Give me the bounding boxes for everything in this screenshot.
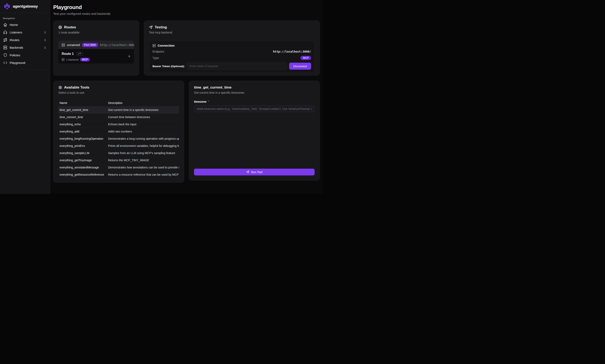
tool-runner-subtitle: Get current time in a specific timezones — [194, 91, 315, 94]
tool-runner-title: time_get_current_time — [194, 85, 315, 90]
bearer-token-label: Bearer Token (Optional): — [153, 65, 185, 68]
globe-icon — [58, 26, 62, 29]
nav-section-label: Navigation — [3, 17, 47, 20]
type-badge: MCP — [301, 56, 311, 60]
connection-title: Connection — [158, 44, 175, 47]
tool-description: Returns the MCP_TINY_IMAGE — [107, 157, 179, 164]
sidebar-item-count: 1 — [44, 31, 47, 34]
tool-runner-card: time_get_current_time Get current time i… — [189, 81, 320, 181]
timezone-input[interactable] — [194, 105, 315, 112]
tool-description: Prints all environment variables, helpfu… — [107, 142, 179, 149]
tool-name: time_get_current_time — [58, 106, 107, 113]
testing-card-subtitle: Test mcp backend — [149, 31, 315, 34]
listener-url: http://localhost:3000/ — [100, 43, 134, 47]
server-icon — [62, 58, 65, 61]
sidebar-item-home[interactable]: Home — [2, 21, 48, 28]
connection-panel: Connection Endpoint: http://localhost:30… — [149, 41, 315, 73]
tool-row-time_convert_time[interactable]: time_convert_timeConvert time between ti… — [58, 114, 179, 121]
tool-description: Get current time in a specific timezones — [107, 106, 179, 113]
tool-description: Demonstrates a long running operation wi… — [107, 135, 179, 142]
type-label: Type: — [153, 56, 159, 60]
gear-icon — [58, 86, 62, 89]
sidebar-item-policies[interactable]: Policies — [2, 52, 48, 59]
sidebar-item-label: Policies — [10, 53, 20, 57]
tool-row-everything_echo[interactable]: everything_echoEchoes back the input — [58, 121, 179, 128]
route-item[interactable]: Route 1 /* 1 backend MCP — [58, 49, 134, 64]
page-title: Playground — [53, 4, 320, 11]
sidebar-separator — [0, 69, 50, 69]
server-icon — [3, 46, 7, 50]
listener-group: unnamed Port 3000 http://localhost:3000/… — [58, 41, 134, 64]
sidebar-item-count: 1 — [44, 46, 47, 49]
routes-card-title: Routes — [64, 25, 76, 29]
tool-row-everything_getTinyImage[interactable]: everything_getTinyImageReturns the MCP_T… — [58, 157, 179, 164]
tool-description: Returns a resource reference that can be… — [107, 171, 179, 178]
sidebar-item-count: 1 — [44, 39, 47, 41]
sidebar-item-backends[interactable]: Backends1 — [2, 44, 48, 51]
required-asterisk: * — [208, 100, 209, 103]
tool-name: everything_getTinyImage — [58, 157, 107, 164]
tool-row-everything_annotatedMessage[interactable]: everything_annotatedMessageDemonstrates … — [58, 164, 179, 171]
server-icon — [62, 43, 65, 47]
tool-row-everything_getResourceReference[interactable]: everything_getResourceReferenceReturns a… — [58, 171, 179, 178]
bearer-token-input[interactable] — [187, 63, 287, 70]
arrow-right-icon — [127, 55, 131, 58]
column-header-description: Description — [107, 100, 179, 106]
code-icon — [3, 61, 7, 65]
routes-card: Routes 1 route available unnamed Port 30… — [53, 21, 139, 76]
available-tools-card: Available Tools Select a tools to use Na… — [53, 81, 184, 183]
testing-card: Testing Test mcp backend Connection Endp… — [144, 21, 320, 76]
page-subtitle: Test your configured routes and backends — [53, 12, 320, 15]
tool-description: Adds two numbers — [107, 128, 179, 135]
tool-row-everything_add[interactable]: everything_addAdds two numbers — [58, 128, 179, 135]
tool-name: time_convert_time — [58, 114, 107, 121]
port-badge: Port 3000 — [82, 43, 98, 47]
endpoint-value: http://localhost:3000/ — [273, 50, 311, 53]
tool-description: Echoes back the input — [107, 121, 179, 128]
tool-row-everything_longRunningOperation[interactable]: everything_longRunningOperationDemonstra… — [58, 135, 179, 142]
main-content: Playground Test your configured routes a… — [50, 0, 322, 194]
tool-name: everything_printEnv — [58, 142, 107, 149]
tool-name: everything_annotatedMessage — [58, 164, 107, 171]
sidebar: agentgateway Navigation HomeListeners1Ro… — [0, 0, 50, 194]
shield-icon — [3, 53, 7, 57]
route-backend-count: 1 backend — [66, 58, 79, 61]
app-window: agentgateway Navigation HomeListeners1Ro… — [0, 0, 322, 194]
endpoint-label: Endpoint: — [153, 50, 165, 53]
tool-name: everything_echo — [58, 121, 107, 128]
brand-header[interactable]: agentgateway — [0, 0, 50, 13]
tools-table-body: time_get_current_timeGet current time in… — [58, 106, 179, 178]
disconnect-button[interactable]: Disconnect — [289, 63, 311, 70]
headphones-icon — [3, 30, 7, 34]
routes-card-subtitle: 1 route available — [58, 31, 134, 34]
tool-name: everything_add — [58, 128, 107, 135]
tool-name: everything_longRunningOperation — [58, 135, 107, 142]
tool-row-everything_printEnv[interactable]: everything_printEnvPrints all environmen… — [58, 142, 179, 150]
route-icon — [3, 38, 7, 42]
tool-description: Demonstrates how annotations can be used… — [107, 164, 179, 171]
send-icon — [246, 170, 249, 174]
tool-row-everything_sampleLLM[interactable]: everything_sampleLLMSamples from an LLM … — [58, 150, 179, 157]
listener-name: unnamed — [67, 43, 80, 47]
tools-table-header: Name Description — [58, 100, 179, 106]
tools-card-title: Available Tools — [64, 85, 89, 90]
route-protocol-badge: MCP — [80, 58, 90, 61]
tool-name: everything_getResourceReference — [58, 171, 107, 178]
tools-table: Name Description time_get_current_timeGe… — [58, 100, 179, 178]
tool-description: Convert time between timezones — [107, 114, 179, 121]
sidebar-item-label: Listeners — [10, 31, 22, 34]
sidebar-item-playground[interactable]: Playground — [2, 59, 48, 66]
home-icon — [3, 23, 7, 27]
tool-row-time_get_current_time[interactable]: time_get_current_timeGet current time in… — [58, 106, 179, 114]
server-icon — [153, 44, 156, 47]
run-tool-button[interactable]: Run Tool — [194, 169, 315, 175]
timezone-field-label: timezone — [194, 100, 207, 103]
sidebar-item-listeners[interactable]: Listeners1 — [2, 29, 48, 36]
sidebar-nav: HomeListeners1Routes1Backends1PoliciesPl… — [0, 21, 50, 66]
sidebar-item-label: Backends — [10, 46, 23, 49]
sidebar-item-label: Routes — [10, 38, 20, 42]
send-icon — [149, 26, 153, 29]
column-header-name: Name — [58, 100, 107, 106]
sidebar-item-routes[interactable]: Routes1 — [2, 36, 48, 44]
testing-card-title: Testing — [155, 25, 167, 29]
